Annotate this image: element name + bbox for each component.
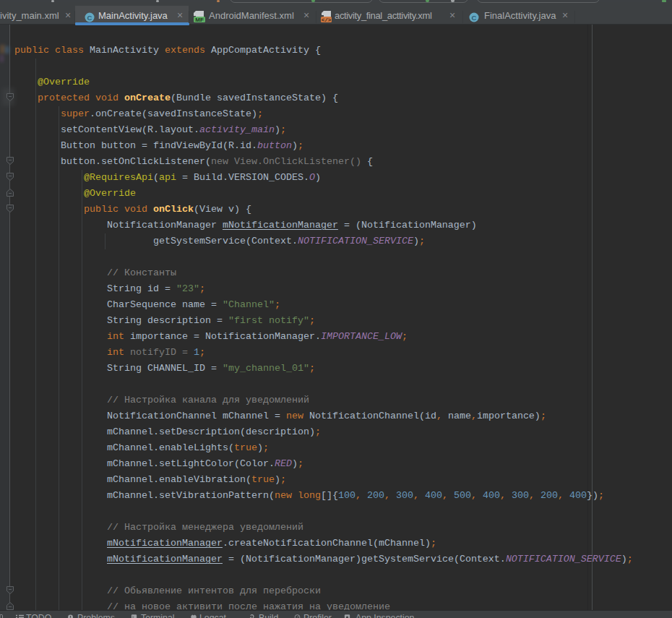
svg-text:MF: MF: [195, 17, 204, 23]
svg-text:C: C: [472, 14, 477, 22]
svg-text:</>: </>: [322, 17, 332, 23]
svg-text:C: C: [87, 14, 92, 22]
